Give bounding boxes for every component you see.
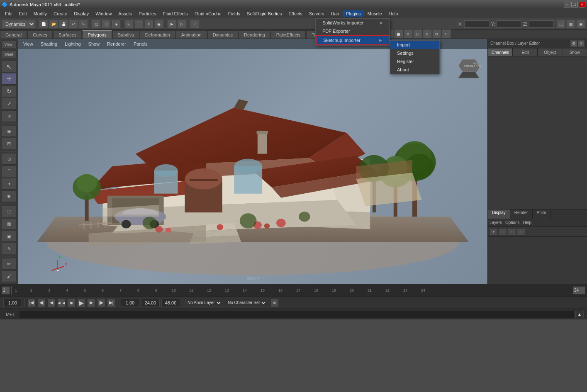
menu-display[interactable]: Display bbox=[71, 10, 92, 17]
polygon-tool-5[interactable]: ⬤ bbox=[394, 29, 403, 39]
shading-menu-vertical[interactable]: Shad bbox=[2, 51, 17, 58]
pdf-exporter-item[interactable]: PDF Exporter bbox=[316, 27, 390, 35]
soft-select-button[interactable]: ◉ bbox=[2, 126, 17, 137]
range-end-display[interactable] bbox=[141, 299, 160, 307]
import-item[interactable]: Import bbox=[390, 41, 439, 49]
menu-particles[interactable]: Particles bbox=[135, 10, 159, 17]
solidworks-importer-item[interactable]: SolidWorks Importer ▶ bbox=[316, 19, 390, 27]
menu-fluid-ncache[interactable]: Fluid nCache bbox=[191, 10, 225, 17]
character-set-dropdown[interactable]: No Character Set bbox=[226, 299, 267, 307]
restore-button[interactable]: ❐ bbox=[571, 2, 578, 7]
render-button[interactable]: ▶ bbox=[167, 19, 176, 29]
current-frame-input[interactable] bbox=[3, 299, 22, 307]
anim-layer-dropdown[interactable]: No Anim Layer bbox=[185, 299, 222, 307]
y-coord-input[interactable] bbox=[497, 20, 521, 28]
layer-btn-3[interactable]: ▣ bbox=[2, 231, 17, 242]
tab-subdivs[interactable]: Subdivs bbox=[112, 30, 139, 39]
view-menu-vertical[interactable]: View bbox=[2, 41, 17, 48]
rpanel-anim-tab[interactable]: Anim bbox=[533, 209, 551, 219]
menu-hair[interactable]: Hair bbox=[328, 10, 343, 17]
tab-surfaces[interactable]: Surfaces bbox=[53, 30, 82, 39]
new-file-button[interactable]: 📄 bbox=[39, 19, 48, 29]
z-coord-input[interactable] bbox=[529, 20, 554, 28]
polygon-tool-10[interactable]: ∷ bbox=[442, 29, 451, 39]
tab-animation[interactable]: Animation bbox=[176, 30, 207, 39]
snap-grid-left[interactable]: ⊡ bbox=[2, 153, 17, 165]
snap-grid-button[interactable]: ⊞ bbox=[124, 19, 134, 29]
menu-assets[interactable]: Assets bbox=[115, 10, 135, 17]
menu-plugins[interactable]: Plugins bbox=[343, 10, 364, 17]
timeline-end-input[interactable] bbox=[573, 286, 585, 295]
vp-renderer-menu[interactable]: Renderer bbox=[104, 41, 129, 47]
snap-point-button[interactable]: ✦ bbox=[144, 19, 153, 29]
skip-back-button[interactable]: |◀ bbox=[27, 298, 36, 307]
x-coord-input[interactable] bbox=[464, 20, 489, 28]
paint-skin-button[interactable]: ✏ bbox=[2, 258, 17, 270]
show-manip-button[interactable]: ⊞ bbox=[2, 138, 17, 149]
tab-painteffects[interactable]: PaintEffects bbox=[271, 30, 306, 39]
skip-forward-button[interactable]: ▶| bbox=[107, 298, 115, 307]
tab-dynamics[interactable]: Dynamics bbox=[207, 30, 238, 39]
paint-select-button[interactable]: ◈ bbox=[112, 19, 121, 29]
prev-key-button[interactable]: ◀| bbox=[37, 298, 46, 307]
polygon-tool-9[interactable]: ⊟ bbox=[432, 29, 441, 39]
menu-file[interactable]: File bbox=[2, 10, 16, 17]
next-key-button[interactable]: |▶ bbox=[97, 298, 105, 307]
command-input[interactable] bbox=[19, 311, 574, 318]
snap-point-left[interactable]: ✦ bbox=[2, 178, 17, 190]
tab-general[interactable]: General bbox=[0, 30, 27, 39]
keyframe-btn[interactable]: ⊕ bbox=[270, 298, 279, 307]
polygon-tool-6[interactable]: ⊕ bbox=[404, 29, 413, 39]
menu-fields[interactable]: Fields bbox=[225, 10, 244, 17]
polygon-tool-8[interactable]: ⊞ bbox=[423, 29, 432, 39]
layout-btn-2[interactable]: ▦ bbox=[566, 19, 575, 29]
layout-btn-3[interactable]: ▣ bbox=[576, 19, 585, 29]
redo-button[interactable]: ↪ bbox=[79, 19, 88, 29]
next-frame-button[interactable]: ▶ bbox=[87, 298, 95, 307]
cmd-history-btn[interactable]: ▲ bbox=[575, 311, 584, 318]
prev-frame-button[interactable]: ◀ bbox=[47, 298, 56, 307]
select-tool-button[interactable]: ↖ bbox=[2, 61, 17, 72]
rotate-tool-button[interactable]: ↻ bbox=[2, 85, 17, 97]
close-button[interactable]: ✕ bbox=[579, 2, 585, 7]
tab-rendering[interactable]: Rendering bbox=[239, 30, 270, 39]
minimize-button[interactable]: ─ bbox=[564, 2, 570, 7]
layer-move-down-btn[interactable]: ↓ bbox=[517, 228, 525, 236]
snap-view-left[interactable]: ◉ bbox=[2, 190, 17, 202]
tab-polygons[interactable]: Polygons bbox=[82, 30, 112, 39]
rpanel-channels-tab[interactable]: Channels bbox=[488, 48, 513, 56]
layer-btn-1[interactable]: ⬚ bbox=[2, 206, 17, 217]
reverse-play-button[interactable]: ◄◄ bbox=[57, 298, 66, 307]
snap-view-button[interactable]: ◉ bbox=[154, 19, 163, 29]
open-file-button[interactable]: 📂 bbox=[49, 19, 58, 29]
brush-button[interactable]: 🖌 bbox=[2, 270, 17, 282]
menu-create[interactable]: Create bbox=[50, 10, 71, 17]
menu-muscle[interactable]: Muscle bbox=[364, 10, 385, 17]
vp-panels-menu[interactable]: Panels bbox=[130, 41, 151, 47]
snap-curve-button[interactable]: ⌒ bbox=[134, 19, 144, 29]
vp-shading-menu[interactable]: Shading bbox=[37, 41, 61, 47]
undo-button[interactable]: ↩ bbox=[69, 19, 78, 29]
menu-solvers[interactable]: Solvers bbox=[306, 10, 328, 17]
vp-lighting-menu[interactable]: Lighting bbox=[61, 41, 84, 47]
tab-curves[interactable]: Curves bbox=[27, 30, 53, 39]
workspace-dropdown[interactable]: Dynamics Animation Modeling Rendering bbox=[2, 20, 35, 28]
range-end-2[interactable] bbox=[161, 299, 180, 307]
rpanel-edit-tab[interactable]: Edit bbox=[513, 48, 538, 56]
layer-move-up-btn[interactable]: ↑ bbox=[508, 228, 516, 236]
universal-manip-button[interactable]: ⊕ bbox=[2, 110, 17, 122]
rpanel-close-btn[interactable]: ✕ bbox=[578, 40, 585, 47]
stop-button[interactable]: ■ bbox=[67, 298, 76, 307]
help-button[interactable]: ? bbox=[190, 19, 199, 29]
vp-show-menu[interactable]: Show bbox=[85, 41, 103, 47]
menu-effects[interactable]: Effects bbox=[285, 10, 305, 17]
settings-item[interactable]: Settings bbox=[390, 49, 439, 57]
timeline-start-input[interactable] bbox=[2, 286, 10, 295]
layer-btn-2[interactable]: ▦ bbox=[2, 218, 17, 230]
menu-edit[interactable]: Edit bbox=[16, 10, 30, 17]
save-file-button[interactable]: 💾 bbox=[59, 19, 68, 29]
menu-fluid-effects[interactable]: Fluid Effects bbox=[160, 10, 191, 17]
rpanel-settings-btn[interactable]: ⚙ bbox=[570, 40, 577, 47]
tab-deformation[interactable]: Deformation bbox=[140, 30, 175, 39]
layer-btn-4[interactable]: ✎ bbox=[2, 243, 17, 254]
